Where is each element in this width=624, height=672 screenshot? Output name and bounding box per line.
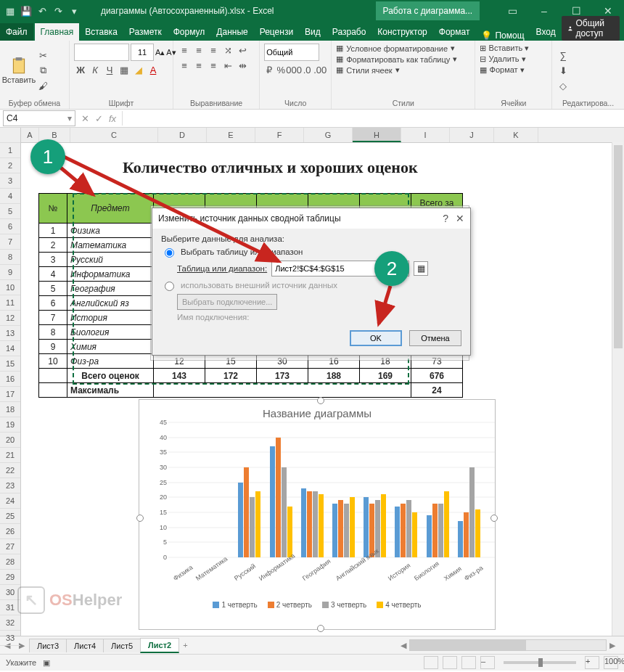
cancel-formula-icon[interactable]: ✕	[81, 113, 89, 124]
group-editing-label: Редактирова...	[557, 97, 620, 107]
status-mode: Укажите	[6, 658, 36, 667]
view-layout-icon[interactable]	[443, 656, 457, 669]
dec-dec-icon[interactable]: .00	[313, 63, 327, 76]
view-break-icon[interactable]	[461, 656, 476, 669]
callout-1: 1	[30, 139, 65, 174]
range-picker-icon[interactable]: ▦	[414, 261, 428, 276]
paste-button[interactable]: Вставить	[4, 44, 33, 97]
embedded-chart[interactable]: Название диаграммы 051015202530354045 Фи…	[139, 399, 496, 630]
column-headers[interactable]: ABCDEFGHIJK	[21, 128, 624, 143]
cut-icon[interactable]: ✂	[36, 49, 49, 62]
number-format-input[interactable]	[264, 44, 319, 61]
ok-button[interactable]: OK	[350, 330, 402, 346]
tab-developer[interactable]: Разрабо	[327, 23, 372, 41]
zoom-in-icon[interactable]: +	[585, 656, 599, 669]
italic-icon[interactable]: К	[89, 63, 102, 76]
align-center-icon[interactable]: ≡	[192, 59, 205, 72]
ribbon: Вставить ✂ ⧉ 🖌 Буфер обмена A▴ A▾ Ж К Ч …	[0, 41, 624, 110]
chart-title[interactable]: Название диаграммы	[139, 400, 495, 422]
wrap-icon[interactable]: ↩	[236, 44, 249, 57]
row-headers[interactable]: 1234567891011121314151617181920212223242…	[0, 128, 21, 636]
zoom-out-icon[interactable]: –	[480, 656, 495, 669]
save-icon[interactable]: 💾	[20, 5, 32, 17]
conditional-formatting-button[interactable]: ▦ Условное форматирование ▾	[336, 44, 457, 53]
fill-color-icon[interactable]: ◢	[132, 63, 145, 76]
cell-styles-button[interactable]: ▦ Стили ячеек ▾	[336, 65, 457, 75]
tab-formulas[interactable]: Формул	[168, 23, 211, 41]
vertical-scrollbar[interactable]	[612, 142, 624, 636]
fx-icon[interactable]: fx	[109, 113, 116, 124]
autosum-icon[interactable]: ∑	[557, 49, 570, 62]
format-as-table-button[interactable]: ▦ Форматировать как таблицу ▾	[336, 54, 457, 64]
tab-file[interactable]: Файл	[0, 23, 33, 41]
share-button[interactable]: Общий доступ	[562, 16, 620, 41]
tab-review[interactable]: Рецензи	[254, 23, 299, 41]
name-box[interactable]: C4▾	[3, 110, 75, 126]
orientation-icon[interactable]: ⤮	[221, 44, 234, 57]
undo-icon[interactable]: ↶	[36, 5, 48, 17]
choose-connection-button: Выбрать подключение...	[177, 294, 277, 310]
sheet-tab[interactable]: Лист4	[66, 639, 104, 652]
align-top-icon[interactable]: ≡	[178, 44, 191, 57]
comma-icon[interactable]: 000	[287, 63, 300, 76]
border-icon[interactable]: ▦	[118, 63, 131, 76]
sheet-tab[interactable]: Лист5	[103, 639, 141, 652]
underline-icon[interactable]: Ч	[103, 63, 116, 76]
tab-chart-design[interactable]: Конструктор	[371, 23, 432, 41]
svg-rect-2	[16, 57, 22, 60]
insert-cells-button[interactable]: ⊞ Вставить ▾	[480, 44, 529, 53]
font-color-icon[interactable]: А	[147, 63, 160, 76]
percent-icon[interactable]: %	[276, 63, 286, 76]
chart-y-axis: 051015202530354045	[149, 422, 168, 557]
chart-tools-context-tab[interactable]: Работа с диаграмма...	[376, 1, 480, 20]
ribbon-options-icon[interactable]: ▭	[496, 0, 528, 22]
sign-in[interactable]: Вход	[530, 23, 562, 41]
minimize-icon[interactable]: –	[528, 0, 560, 22]
tell-me[interactable]: 💡 Помощ	[475, 30, 530, 41]
dialog-close-icon[interactable]: ✕	[456, 213, 464, 224]
zoom-slider[interactable]	[504, 661, 576, 664]
macro-record-icon[interactable]: ▣	[43, 658, 50, 667]
bold-icon[interactable]: Ж	[74, 63, 87, 76]
tab-home[interactable]: Главная	[35, 23, 80, 41]
tab-insert[interactable]: Вставка	[79, 23, 123, 41]
cancel-button[interactable]: Отмена	[409, 330, 461, 346]
formula-input[interactable]	[122, 111, 624, 126]
quick-access-toolbar: ▦ 💾 ↶ ↷ ▾	[0, 5, 84, 17]
redo-icon[interactable]: ↷	[52, 5, 64, 17]
fill-icon[interactable]: ⬇	[557, 64, 570, 77]
formula-bar: C4▾ ✕✓fx	[0, 110, 624, 128]
align-left-icon[interactable]: ≡	[178, 59, 191, 72]
format-cells-button[interactable]: ▦ Формат ▾	[480, 65, 529, 75]
increase-font-icon[interactable]: A▴	[155, 48, 165, 57]
worksheet[interactable]: 1234567891011121314151617181920212223242…	[0, 128, 624, 636]
clear-icon[interactable]: ◇	[557, 79, 570, 92]
align-right-icon[interactable]: ≡	[207, 59, 220, 72]
zoom-level[interactable]: 100%	[604, 656, 618, 669]
inc-dec-icon[interactable]: .0	[302, 63, 312, 76]
copy-icon[interactable]: ⧉	[36, 64, 49, 77]
view-normal-icon[interactable]	[424, 656, 438, 669]
qat-more-icon[interactable]: ▾	[68, 5, 80, 17]
delete-cells-button[interactable]: ⊟ Удалить ▾	[480, 54, 529, 64]
font-name-input[interactable]	[74, 44, 129, 61]
tab-data[interactable]: Данные	[210, 23, 253, 41]
radio-external-source[interactable]	[165, 282, 174, 291]
sheet-tab-active[interactable]: Лист2	[140, 638, 179, 653]
font-size-input[interactable]	[131, 44, 154, 61]
group-clipboard-label: Буфер обмена	[4, 97, 65, 107]
align-mid-icon[interactable]: ≡	[192, 44, 205, 57]
format-painter-icon[interactable]: 🖌	[36, 79, 49, 92]
indent-dec-icon[interactable]: ⇤	[221, 59, 234, 72]
tab-layout[interactable]: Разметк	[123, 23, 168, 41]
horizontal-scrollbar[interactable]: ◀▶	[192, 639, 624, 651]
enter-formula-icon[interactable]: ✓	[95, 113, 103, 124]
tab-chart-format[interactable]: Формат	[433, 23, 476, 41]
tab-view[interactable]: Вид	[299, 23, 327, 41]
align-bot-icon[interactable]: ≡	[207, 44, 220, 57]
sheet-tab[interactable]: Лист3	[29, 639, 67, 652]
currency-icon[interactable]: ₽	[264, 63, 274, 76]
new-sheet-icon[interactable]: +	[178, 641, 192, 650]
merge-icon[interactable]: ⇹	[236, 59, 249, 72]
dialog-help-icon[interactable]: ?	[443, 213, 448, 224]
